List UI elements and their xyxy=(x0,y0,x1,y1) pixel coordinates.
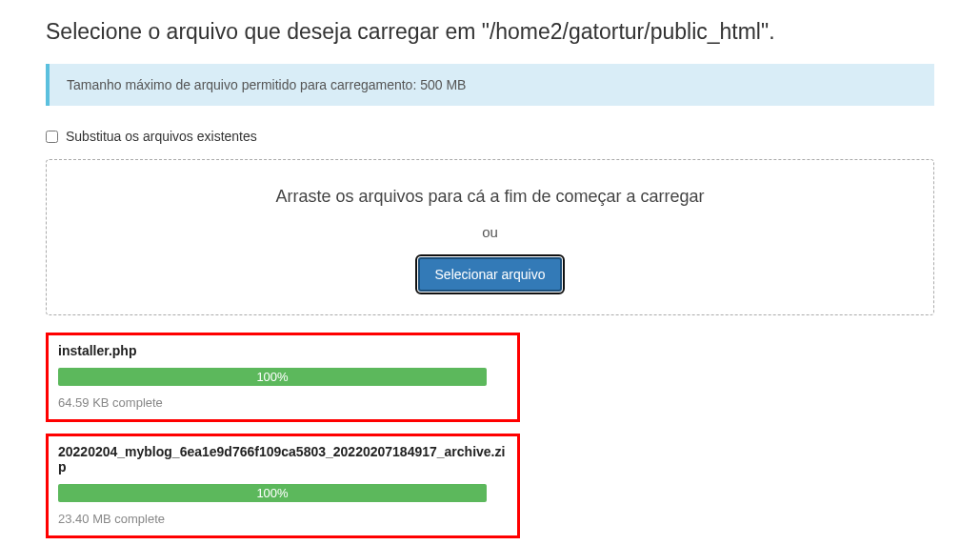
overwrite-row: Substitua os arquivos existentes xyxy=(46,129,934,144)
page-title: Selecione o arquivo que deseja carregar … xyxy=(46,19,934,45)
dropzone[interactable]: Arraste os arquivos para cá a fim de com… xyxy=(46,159,934,315)
upload-item: 20220204_myblog_6ea1e9d766f109ca5803_202… xyxy=(46,434,520,538)
max-size-info: Tamanho máximo de arquivo permitido para… xyxy=(46,64,934,106)
dropzone-or-text: ou xyxy=(66,224,914,240)
upload-item: installer.php 100% 64.59 KB complete xyxy=(46,333,520,422)
upload-status: 64.59 KB complete xyxy=(58,395,508,410)
upload-status: 23.40 MB complete xyxy=(58,512,508,526)
dropzone-drag-text: Arraste os arquivos para cá a fim de com… xyxy=(66,187,914,207)
upload-filename: 20220204_myblog_6ea1e9d766f109ca5803_202… xyxy=(58,444,508,474)
progress-bar: 100% xyxy=(58,368,487,386)
select-file-button[interactable]: Selecionar arquivo xyxy=(418,257,563,292)
overwrite-label: Substitua os arquivos existentes xyxy=(66,129,257,144)
upload-filename: installer.php xyxy=(58,343,508,358)
progress-bar: 100% xyxy=(58,484,487,502)
overwrite-checkbox[interactable] xyxy=(46,131,58,143)
